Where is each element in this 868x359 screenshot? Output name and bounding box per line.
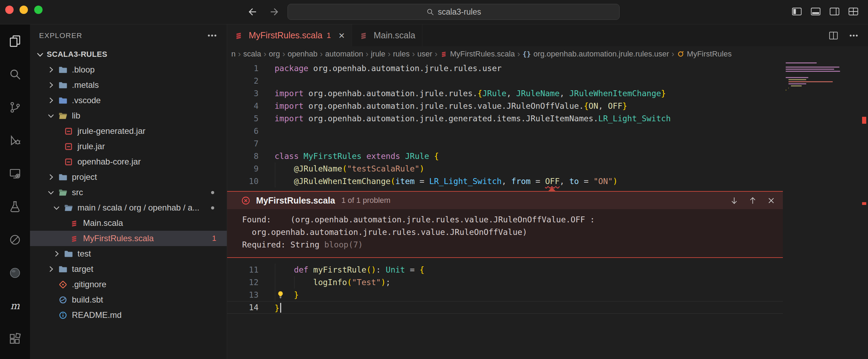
tree-item-vscode[interactable]: .vscode: [30, 93, 227, 108]
overview-ruler[interactable]: [862, 24, 867, 359]
source-control-icon[interactable]: [0, 91, 30, 124]
tree-item-bloop[interactable]: .bloop: [30, 62, 227, 77]
breadcrumb-separator: ›: [366, 49, 368, 59]
breadcrumb-item-openhab[interactable]: openhab: [287, 49, 317, 59]
tree-item-jrule-generated-jar[interactable]: jrule-generated.jar: [30, 123, 227, 139]
tree-item-myfirstrules-scala[interactable]: MyFirstRules.scala1: [30, 231, 227, 246]
close-icon[interactable]: [766, 196, 776, 205]
tree-item-jrule-jar[interactable]: jrule.jar: [30, 139, 227, 154]
code-line-7[interactable]: 7: [227, 137, 783, 150]
line-text: @JRuleName("testScalaRule"): [275, 162, 424, 175]
tree-item-build-sbt[interactable]: build.sbt: [30, 292, 227, 307]
breadcrumb-label: org: [269, 49, 280, 59]
breadcrumb-item-rules[interactable]: rules: [393, 49, 410, 59]
breadcrumb-separator: ›: [320, 49, 323, 59]
tree-item-project[interactable]: project: [30, 169, 227, 185]
window-close-button[interactable]: [5, 6, 14, 14]
indent-guide: [275, 289, 275, 301]
indent-guide: [275, 263, 275, 276]
tree-item-main-scala-org-openhab-a[interactable]: main / scala / org / openhab / a...: [30, 200, 227, 215]
code-line-1[interactable]: 1package org.openhab.automation.jrule.ru…: [227, 62, 783, 75]
tree-item-src[interactable]: src: [30, 185, 227, 200]
code-line-10[interactable]: 10 @JRuleWhenItemChange(item = LR_Light_…: [227, 175, 783, 188]
circle-slash-icon[interactable]: [0, 223, 30, 256]
code-line-11[interactable]: 11 def myFirstRule(): Unit = {: [227, 263, 783, 276]
editor-content[interactable]: 1package org.openhab.automation.jrule.ru…: [227, 61, 868, 359]
code-line-3[interactable]: 3import org.openhab.automation.jrule.rul…: [227, 87, 783, 100]
toggle-primary-sidebar-icon[interactable]: [791, 6, 802, 17]
sidebar-header: EXPLORER: [30, 24, 227, 47]
command-center-search[interactable]: scala3-rules: [287, 4, 620, 20]
vscode-window: { "colors": { "error": "#f14c4c", "error…: [0, 0, 868, 359]
code-line-9[interactable]: 9 @JRuleName("testScalaRule"): [227, 162, 783, 175]
breadcrumb-item-myfirstrules-scala[interactable]: MyFirstRules.scala: [440, 49, 515, 59]
code-line-12[interactable]: 12 logInfo("Test");: [227, 276, 783, 289]
lightbulb-icon[interactable]: [276, 290, 285, 299]
line-number: 13: [227, 289, 259, 301]
customize-layout-icon[interactable]: [848, 6, 859, 17]
more-actions-icon[interactable]: [848, 30, 859, 41]
toggle-panel-icon[interactable]: [810, 6, 821, 17]
code-line-6[interactable]: 6: [227, 125, 783, 137]
tree-item-openhab-core-jar[interactable]: openhab-core.jar: [30, 154, 227, 169]
folder-icon: [59, 66, 69, 74]
search-icon[interactable]: [0, 58, 30, 91]
window-zoom-button[interactable]: [34, 6, 43, 14]
tree-item-readme-md[interactable]: README.md: [30, 307, 227, 323]
code-line-4[interactable]: 4import org.openhab.automation.jrule.rul…: [227, 100, 783, 112]
back-arrow-icon[interactable]: [245, 5, 259, 19]
window-minimize-button[interactable]: [20, 6, 28, 14]
tab-main-scala[interactable]: Main.scala: [352, 24, 423, 46]
extensions-icon[interactable]: [0, 322, 30, 356]
minimap[interactable]: [786, 62, 860, 97]
toggle-secondary-sidebar-icon[interactable]: [829, 6, 840, 17]
tree-item-metals[interactable]: .metals: [30, 77, 227, 93]
chevron-right-icon: [47, 66, 59, 74]
file-tree: .bloop.metals.vscodelibjrule-generated.j…: [30, 62, 227, 323]
code-line-13[interactable]: 13 }: [227, 289, 783, 301]
line-text: }: [275, 301, 281, 314]
breadcrumb-item-n[interactable]: n: [231, 49, 235, 59]
line-number: 4: [227, 100, 259, 112]
class-symbol-icon: [677, 50, 684, 58]
breadcrumb-item-user[interactable]: user: [417, 49, 432, 59]
forward-arrow-icon[interactable]: [268, 5, 282, 19]
breadcrumb-item-jrule[interactable]: jrule: [371, 49, 386, 59]
code-line-2[interactable]: 2: [227, 75, 783, 87]
testing-icon[interactable]: [0, 190, 30, 223]
run-debug-icon[interactable]: [0, 124, 30, 157]
remote-explorer-icon[interactable]: [0, 157, 30, 190]
tree-item-main-scala[interactable]: Main.scala: [30, 215, 227, 231]
tab-myfirstrules-scala[interactable]: MyFirstRules.scala1×: [227, 24, 352, 46]
breadcrumb-item-myfirstrules[interactable]: MyFirstRules: [677, 49, 732, 59]
breadcrumb-label: MyFirstRules: [687, 49, 732, 59]
more-actions-icon[interactable]: [207, 30, 218, 41]
tree-item-lib[interactable]: lib: [30, 108, 227, 123]
dark-sphere-icon[interactable]: [0, 256, 30, 289]
line-text: }: [275, 289, 299, 301]
breadcrumb-item-org[interactable]: org: [269, 49, 280, 59]
editor-group: MyFirstRules.scala1×Main.scala n›scala›o…: [227, 24, 868, 359]
tree-item-target[interactable]: target: [30, 261, 227, 277]
tree-item-test[interactable]: test: [30, 246, 227, 261]
breadcrumb-item-automation[interactable]: automation: [325, 49, 363, 59]
previous-problem-icon[interactable]: [748, 196, 757, 205]
metals-icon[interactable]: m: [0, 289, 30, 322]
breadcrumb-item-scala[interactable]: scala: [243, 49, 261, 59]
tree-root-scala3-rules[interactable]: SCALA3-RULES: [30, 47, 227, 62]
code-line-5[interactable]: 5import org.openhab.automation.jrule.gen…: [227, 112, 783, 125]
explorer-icon[interactable]: [0, 24, 30, 58]
close-icon[interactable]: ×: [338, 30, 345, 41]
split-editor-icon[interactable]: [828, 30, 839, 41]
folder-icon: [59, 96, 69, 105]
namespace-icon: {}: [523, 50, 531, 58]
tree-item-gitignore[interactable]: .gitignore: [30, 277, 227, 292]
code-line-8[interactable]: 8class MyFirstRules extends JRule {: [227, 150, 783, 162]
next-problem-icon[interactable]: [729, 196, 739, 205]
breadcrumb-label: automation: [325, 49, 363, 59]
code-line-14[interactable]: 14}: [227, 301, 783, 314]
breadcrumb-separator: ›: [264, 49, 267, 59]
breadcrumb-item-org-openhab-automation-jrule-rules-user[interactable]: {}org.openhab.automation.jrule.rules.use…: [523, 49, 669, 59]
title-bar: scala3-rules: [0, 0, 868, 24]
scala-icon: [440, 50, 448, 58]
